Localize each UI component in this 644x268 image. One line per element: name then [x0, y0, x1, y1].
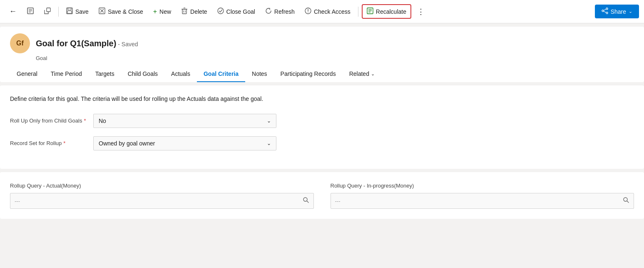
criteria-description: Define criteria for this goal. The crite…: [10, 95, 634, 102]
close-goal-label: Close Goal: [226, 8, 255, 15]
content-area: Define criteria for this goal. The crite…: [0, 85, 644, 169]
tab-notes[interactable]: Notes: [245, 66, 274, 82]
header-top: Gf Goal for Q1(Sample) - Saved: [10, 33, 634, 53]
recalculate-icon: [367, 8, 373, 15]
tab-general[interactable]: General: [10, 66, 44, 82]
delete-label: Delete: [190, 8, 207, 15]
separator-1: [58, 7, 59, 17]
record-set-label: Record Set for Rollup *: [10, 140, 93, 147]
new-button[interactable]: + New: [149, 5, 175, 18]
svg-point-26: [602, 10, 604, 12]
notes-button[interactable]: [22, 5, 38, 18]
tab-time-period[interactable]: Time Period: [44, 66, 89, 82]
back-button[interactable]: ←: [5, 5, 21, 18]
rollup-inprogress-money-value: ---: [335, 198, 620, 204]
open-in-new-button[interactable]: [40, 5, 55, 18]
rollup-actual-money-input-wrap: ---: [10, 193, 314, 209]
tab-related[interactable]: Related ⌄: [343, 66, 381, 82]
record-set-field-row: Record Set for Rollup * Owned by goal ow…: [10, 136, 634, 150]
svg-rect-4: [47, 8, 50, 12]
tab-goal-criteria[interactable]: Goal Criteria: [197, 66, 245, 82]
record-title: Goal for Q1(Sample): [36, 39, 116, 48]
record-set-chevron-icon: ⌄: [267, 140, 271, 146]
search-icon-2: [623, 198, 629, 205]
close-goal-button[interactable]: Close Goal: [213, 5, 259, 18]
svg-line-32: [627, 201, 629, 203]
tab-targets[interactable]: Targets: [89, 66, 121, 82]
toolbar: ← Save Save & Close + New Delete: [0, 0, 644, 23]
check-access-icon: [305, 8, 311, 15]
header-title-group: Goal for Q1(Sample) - Saved: [36, 39, 138, 48]
rollup-inprogress-money-field: Rollup Query - In-progress(Money) ---: [331, 182, 634, 209]
refresh-icon: [265, 8, 272, 15]
rollup-actual-money-field: Rollup Query - Actual(Money) ---: [10, 182, 314, 209]
share-chevron-icon: ⌄: [629, 9, 632, 14]
related-label: Related: [349, 70, 369, 77]
record-set-label-text: Record Set for Rollup: [10, 140, 62, 147]
share-button[interactable]: Share ⌄: [595, 5, 639, 18]
roll-up-required: *: [84, 117, 86, 125]
share-icon: [602, 8, 608, 15]
notes-icon: [27, 7, 34, 16]
svg-line-30: [307, 201, 308, 203]
svg-rect-7: [67, 11, 72, 13]
save-close-button[interactable]: Save & Close: [94, 5, 147, 18]
roll-up-field-row: Roll Up Only from Child Goals * No ⌄: [10, 114, 634, 128]
rollup-actual-money-value: ---: [15, 198, 299, 204]
svg-line-28: [604, 11, 606, 13]
related-chevron-icon: ⌄: [371, 71, 375, 77]
back-icon: ←: [9, 7, 17, 16]
open-icon: [44, 8, 51, 15]
new-icon: +: [153, 8, 157, 15]
svg-point-25: [606, 12, 608, 14]
roll-up-label-text: Roll Up Only from Child Goals: [10, 117, 82, 125]
record-set-required: *: [63, 140, 65, 147]
saved-status: - Saved: [118, 41, 138, 48]
share-label: Share: [611, 8, 626, 15]
rollup-inprogress-money-label: Rollup Query - In-progress(Money): [331, 182, 634, 190]
record-type-label: Goal: [36, 55, 634, 61]
rollup-inprogress-money-input-wrap: ---: [331, 193, 634, 209]
save-icon: [66, 8, 73, 15]
svg-rect-11: [182, 9, 186, 14]
more-options-button[interactable]: ⋮: [413, 5, 429, 19]
header-card: Gf Goal for Q1(Sample) - Saved Goal Gene…: [0, 27, 644, 82]
tab-child-goals[interactable]: Child Goals: [121, 66, 164, 82]
new-label: New: [159, 8, 171, 15]
recalculate-label: Recalculate: [376, 8, 406, 15]
rollup-inprogress-money-search-button[interactable]: [623, 197, 629, 205]
separator-2: [358, 7, 358, 17]
rollup-actual-money-search-button[interactable]: [303, 197, 309, 205]
svg-line-27: [604, 9, 606, 10]
more-icon: ⋮: [417, 7, 425, 16]
refresh-button[interactable]: Refresh: [261, 5, 299, 18]
delete-button[interactable]: Delete: [177, 5, 211, 18]
refresh-label: Refresh: [274, 8, 295, 15]
search-icon: [303, 198, 309, 205]
svg-rect-6: [68, 8, 71, 10]
roll-up-select[interactable]: No ⌄: [93, 114, 276, 128]
check-access-button[interactable]: Check Access: [301, 5, 355, 18]
save-button[interactable]: Save: [62, 5, 93, 18]
roll-up-value: No: [99, 118, 106, 124]
record-set-select[interactable]: Owned by goal owner ⌄: [93, 136, 276, 150]
roll-up-chevron-icon: ⌄: [267, 118, 271, 124]
delete-icon: [181, 8, 188, 15]
rollup-actual-money-label: Rollup Query - Actual(Money): [10, 182, 314, 190]
svg-point-16: [218, 8, 224, 14]
tab-actuals[interactable]: Actuals: [164, 66, 197, 82]
save-close-label: Save & Close: [108, 8, 143, 15]
svg-point-19: [308, 12, 308, 13]
record-set-value: Owned by goal owner: [99, 140, 155, 147]
roll-up-label: Roll Up Only from Child Goals *: [10, 117, 93, 125]
save-label: Save: [75, 8, 89, 15]
avatar: Gf: [10, 33, 30, 53]
check-access-label: Check Access: [314, 8, 351, 15]
recalculate-button[interactable]: Recalculate: [362, 4, 411, 19]
save-close-icon: [99, 8, 105, 15]
svg-point-24: [606, 8, 608, 10]
tab-participating-records[interactable]: Participating Records: [274, 66, 343, 82]
tabs: General Time Period Targets Child Goals …: [10, 66, 634, 82]
close-goal-icon: [217, 8, 224, 15]
query-section: Rollup Query - Actual(Money) --- Rollup …: [0, 172, 644, 219]
